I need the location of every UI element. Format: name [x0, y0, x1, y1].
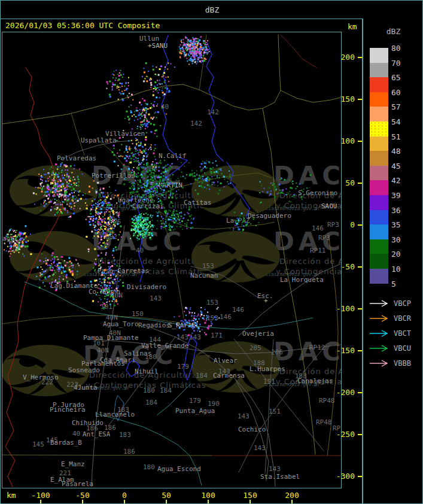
radar-echo-pixel: [45, 270, 47, 271]
radar-echo-pixel: [67, 165, 68, 166]
radar-echo-pixel: [106, 209, 107, 210]
radar-echo-pixel: [188, 53, 189, 54]
radar-echo-pixel: [133, 172, 135, 174]
radar-echo-pixel: [109, 235, 110, 236]
radar-echo-pixel: [272, 184, 273, 186]
radar-echo-pixel: [104, 211, 105, 212]
radar-echo-pixel: [95, 218, 96, 220]
radar-echo-pixel: [129, 163, 130, 165]
radar-echo-pixel: [211, 321, 212, 323]
radar-echo-pixel: [118, 234, 120, 235]
radar-echo-pixel: [53, 195, 55, 197]
radar-echo-pixel: [64, 209, 66, 211]
radar-echo-pixel: [129, 181, 130, 183]
radar-echo-pixel: [56, 266, 57, 267]
radar-echo-pixel: [148, 189, 150, 191]
radar-echo-pixel: [167, 170, 169, 172]
radar-echo-pixel: [208, 325, 210, 327]
radar-echo-pixel: [181, 208, 182, 209]
radar-echo-pixel: [153, 172, 154, 174]
radar-echo-pixel: [135, 147, 136, 148]
radar-echo-pixel: [171, 181, 172, 183]
radar-echo-pixel: [109, 268, 111, 269]
radar-echo-pixel: [196, 42, 197, 44]
radar-echo-pixel: [103, 262, 104, 263]
radar-echo-pixel: [170, 192, 171, 193]
radar-echo-pixel: [174, 221, 175, 223]
radar-echo-pixel: [155, 159, 156, 160]
radar-echo-pixel: [197, 59, 198, 60]
radar-echo-pixel: [211, 173, 212, 174]
radar-echo-pixel: [190, 42, 191, 43]
radar-echo-pixel: [102, 218, 104, 220]
radar-echo-pixel: [107, 210, 108, 211]
radar-echo-pixel: [279, 196, 281, 197]
radar-echo-pixel: [30, 253, 32, 255]
radar-echo-pixel: [145, 197, 146, 198]
radar-echo-pixel: [45, 200, 46, 201]
radar-echo-pixel: [279, 184, 281, 186]
radar-echo-pixel: [110, 198, 112, 200]
radar-echo-pixel: [89, 224, 91, 226]
radar-echo-pixel: [54, 174, 55, 175]
radar-echo-pixel: [205, 309, 206, 310]
radar-echo-pixel: [131, 94, 133, 96]
scale-band-label: 36: [391, 206, 415, 215]
radar-echo-pixel: [169, 175, 171, 177]
radar-echo-pixel: [120, 280, 121, 281]
radar-echo-pixel: [106, 306, 107, 307]
radar-echo-pixel: [137, 169, 138, 170]
radar-echo-pixel: [108, 196, 109, 197]
radar-echo-pixel: [223, 186, 224, 187]
radar-echo-pixel: [115, 222, 116, 223]
radar-echo-pixel: [128, 168, 130, 170]
radar-echo-pixel: [194, 172, 195, 174]
radar-echo-pixel: [78, 178, 79, 180]
radar-echo-pixel: [147, 166, 148, 167]
radar-echo-pixel: [112, 221, 114, 223]
radar-echo-pixel: [184, 329, 185, 330]
radar-echo-pixel: [51, 269, 53, 271]
radar-echo-pixel: [63, 271, 65, 273]
radar-echo-pixel: [106, 224, 108, 226]
radar-echo-pixel: [290, 187, 291, 189]
radar-echo-pixel: [75, 287, 76, 288]
radar-echo-pixel: [63, 209, 64, 210]
radar-echo-pixel: [117, 278, 118, 279]
radar-echo-pixel: [152, 220, 153, 221]
radar-echo-pixel: [112, 219, 113, 220]
radar-echo-pixel: [25, 246, 26, 248]
radar-echo-pixel: [223, 176, 225, 178]
radar-echo-pixel: [62, 170, 63, 171]
radar-echo-pixel: [95, 230, 96, 231]
radar-echo-pixel: [52, 171, 53, 172]
radar-echo-pixel: [132, 218, 133, 220]
radar-echo-pixel: [205, 48, 206, 50]
radar-echo-pixel: [270, 190, 272, 192]
radar-echo-pixel: [54, 182, 56, 183]
radar-echo-pixel: [184, 56, 185, 57]
radar-echo-pixel: [138, 154, 139, 156]
radar-echo-pixel: [108, 222, 109, 224]
radar-echo-pixel: [109, 207, 111, 208]
radar-echo-pixel: [203, 168, 204, 169]
radar-echo-pixel: [48, 194, 50, 196]
radar-echo-pixel: [49, 265, 50, 266]
radar-echo-pixel: [141, 168, 142, 169]
radar-echo-pixel: [242, 229, 244, 230]
radar-echo-pixel: [139, 238, 140, 239]
radar-echo-pixel: [174, 229, 175, 230]
radar-echo-pixel: [51, 263, 52, 265]
radar-echo-pixel: [146, 118, 147, 119]
radar-echo-pixel: [177, 159, 178, 160]
radar-echo-pixel: [105, 199, 106, 200]
radar-echo-pixel: [101, 221, 103, 223]
radar-echo-pixel: [114, 220, 115, 221]
radar-echo-pixel: [150, 201, 152, 203]
radar-echo-pixel: [165, 186, 166, 187]
scale-band-label: 42: [391, 176, 415, 185]
radar-echo-pixel: [69, 271, 71, 272]
radar-echo-pixel: [111, 290, 112, 291]
radar-echo-pixel: [137, 217, 138, 218]
radar-echo-pixel: [18, 247, 20, 248]
